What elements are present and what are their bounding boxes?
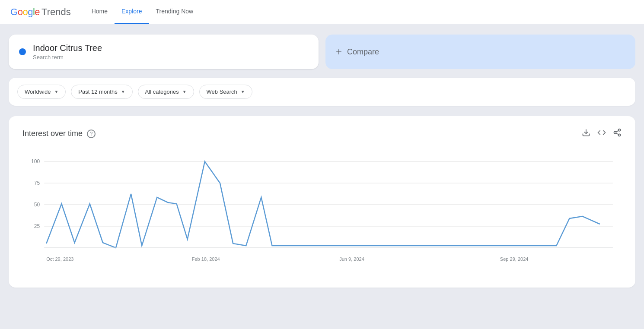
filters-bar: Worldwide ▼ Past 12 months ▼ All categor… — [9, 78, 635, 106]
main-content: Indoor Citrus Tree Search term + Compare… — [0, 24, 644, 298]
compare-plus-icon: + — [336, 46, 342, 58]
svg-line-5 — [616, 130, 618, 132]
chart-title: Interest over time — [22, 129, 83, 138]
chart-actions — [582, 128, 622, 139]
search-area: Indoor Citrus Tree Search term + Compare — [9, 35, 635, 69]
svg-line-4 — [616, 133, 618, 134]
svg-point-1 — [618, 129, 621, 131]
filter-search-type[interactable]: Web Search ▼ — [199, 85, 252, 99]
chart-svg-wrapper: 100 75 50 25 Oct 29, 2023 Feb 18, 2024 J… — [22, 153, 622, 275]
chevron-down-icon: ▼ — [182, 89, 187, 94]
nav-explore[interactable]: Explore — [115, 0, 149, 24]
svg-text:100: 100 — [31, 158, 40, 164]
nav-trending[interactable]: Trending Now — [149, 0, 201, 24]
filter-category-label: All categories — [145, 89, 179, 95]
filter-location[interactable]: Worldwide ▼ — [17, 85, 66, 99]
help-icon[interactable]: ? — [87, 130, 96, 138]
nav-home[interactable]: Home — [85, 0, 115, 24]
svg-text:75: 75 — [34, 180, 40, 186]
filter-category[interactable]: All categories ▼ — [138, 85, 194, 99]
chart-header: Interest over time ? — [22, 128, 622, 139]
svg-point-3 — [618, 134, 621, 136]
logo-trends-text: Trends — [41, 6, 71, 18]
svg-text:50: 50 — [34, 202, 40, 208]
chevron-down-icon: ▼ — [54, 89, 58, 94]
svg-text:Oct 29, 2023: Oct 29, 2023 — [46, 256, 73, 262]
chart-title-area: Interest over time ? — [22, 129, 96, 138]
svg-text:25: 25 — [34, 223, 40, 229]
chevron-down-icon: ▼ — [121, 89, 125, 94]
search-text-area: Indoor Citrus Tree Search term — [33, 43, 308, 60]
compare-label: Compare — [347, 47, 379, 57]
search-term: Indoor Citrus Tree — [33, 43, 308, 53]
logo: Google Trends — [10, 6, 71, 18]
filter-time-label: Past 12 months — [78, 89, 117, 95]
compare-box[interactable]: + Compare — [325, 35, 635, 69]
chevron-down-icon: ▼ — [241, 89, 245, 94]
search-box[interactable]: Indoor Citrus Tree Search term — [9, 35, 319, 69]
filter-location-label: Worldwide — [25, 89, 51, 95]
chart-container: Interest over time ? — [9, 116, 635, 288]
svg-text:Sep 29, 2024: Sep 29, 2024 — [500, 256, 529, 262]
header: Google Trends Home Explore Trending Now — [0, 0, 644, 24]
search-dot-icon — [19, 48, 26, 55]
svg-text:Feb 18, 2024: Feb 18, 2024 — [192, 256, 220, 262]
embed-button[interactable] — [597, 128, 606, 139]
share-button[interactable] — [613, 128, 622, 139]
svg-text:Jun 9, 2024: Jun 9, 2024 — [339, 256, 364, 262]
logo-text: Google — [10, 6, 40, 18]
svg-point-2 — [614, 132, 616, 134]
download-button[interactable] — [582, 128, 590, 139]
filter-search-type-label: Web Search — [207, 89, 237, 95]
interest-chart: 100 75 50 25 Oct 29, 2023 Feb 18, 2024 J… — [22, 153, 622, 274]
search-type: Search term — [33, 54, 308, 60]
filter-time[interactable]: Past 12 months ▼ — [71, 85, 132, 99]
main-nav: Home Explore Trending Now — [85, 0, 200, 24]
